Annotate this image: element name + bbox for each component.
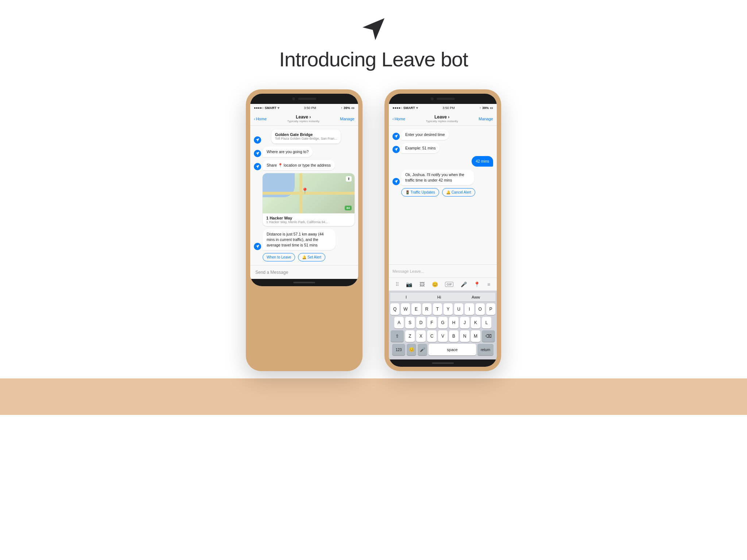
svg-marker-1: [256, 138, 259, 142]
key-x[interactable]: X: [416, 330, 426, 342]
keyboard-row-4: 123 😊 🎤 space return: [390, 344, 495, 355]
phone1-battery: 39%: [344, 106, 350, 110]
phone2-toolbar: ⠿ 📷 🖼 😊 GIF 🎤 📍 ≡: [389, 277, 497, 291]
phone1-status-left: ●●●●○ SMART ▿: [254, 106, 279, 110]
key-u[interactable]: U: [454, 303, 463, 315]
phone1-battery-icon: ▭: [351, 106, 355, 110]
phone2-input-bar[interactable]: Message Leave...: [389, 264, 497, 277]
phone-1: ●●●●○ SMART ▿ 3:50 PM ↑ 39% ▭ ‹ Home: [246, 89, 363, 371]
key-q[interactable]: Q: [390, 303, 399, 315]
phone1-location-address: Toll Plaza Golden Gate Bridge, San Fran.…: [275, 137, 337, 140]
phone2-status-left: ●●●●○ SMART ▿: [392, 106, 418, 110]
svg-marker-4: [256, 245, 259, 248]
camera-icon[interactable]: 📷: [406, 281, 412, 287]
key-p[interactable]: P: [486, 303, 495, 315]
phone2-status-bar: ●●●●○ SMART ▿ 3:50 PM ↑ 39% ▭: [389, 104, 497, 112]
key-r[interactable]: R: [422, 303, 431, 315]
key-mic[interactable]: 🎤: [418, 344, 427, 355]
phone2-chat-area: Enter your desired time Example: 51 mins…: [389, 126, 497, 264]
suggestion-i[interactable]: I: [402, 294, 410, 300]
phone2-speaker: [437, 98, 455, 100]
phone1-bubble-2: Share 📍 location or type the address: [263, 160, 335, 171]
gif-icon[interactable]: GIF: [445, 282, 453, 287]
traffic-updates-button[interactable]: 🚦 Traffic Updates: [401, 188, 439, 197]
svg-marker-2: [256, 152, 259, 155]
phone2-time: 3:50 PM: [442, 106, 455, 110]
phone2-bubble-user: 42 mins: [472, 156, 493, 167]
keyboard-row-2: A S D F G H J K L: [390, 317, 495, 328]
mic-icon[interactable]: 🎤: [461, 281, 467, 287]
image-icon[interactable]: 🖼: [419, 281, 425, 287]
key-o[interactable]: O: [476, 303, 485, 315]
keyboard-row-1: Q W E R T Y U I O P: [390, 303, 495, 315]
phone1-action-buttons: When to Leave 🔔 Set Alert: [263, 253, 355, 261]
phone1-manage-button[interactable]: Manage: [340, 117, 355, 121]
phone1-map-pin: 📍: [301, 187, 309, 194]
svg-marker-3: [256, 165, 259, 168]
phone1-speaker: [298, 98, 316, 100]
location-icon[interactable]: 📍: [474, 281, 480, 287]
suggestion-aww[interactable]: Aww: [468, 294, 484, 300]
svg-marker-0: [363, 18, 384, 40]
phone1-nav-bar: ‹ Home Leave › Typically replies instant…: [250, 112, 358, 126]
phone2-msg-2: Example: 51 mins: [392, 143, 493, 153]
key-f[interactable]: F: [427, 317, 437, 328]
suggestion-hi[interactable]: Hi: [434, 294, 445, 300]
key-m[interactable]: M: [471, 330, 480, 342]
phone2-battery: 39%: [482, 106, 489, 110]
phone2-msg-1: Enter your desired time: [392, 129, 493, 140]
key-a[interactable]: A: [394, 317, 404, 328]
key-emoji[interactable]: 😊: [407, 344, 416, 355]
phone1-msg-3: Distance is just 57.1 km away (44 mins i…: [254, 229, 355, 250]
keyboard-row-3: ⇧ Z X C V B N M ⌫: [390, 330, 495, 342]
key-s[interactable]: S: [405, 317, 415, 328]
key-j[interactable]: J: [460, 317, 469, 328]
key-123[interactable]: 123: [392, 344, 405, 355]
app-logo-icon: [359, 15, 388, 44]
phone1-bezel-bottom: [250, 279, 358, 286]
key-i[interactable]: I: [465, 303, 474, 315]
key-g[interactable]: G: [438, 317, 448, 328]
keyboard-suggestions: I Hi Aww: [390, 293, 495, 302]
key-c[interactable]: C: [427, 330, 437, 342]
svg-marker-5: [394, 135, 398, 138]
phone2-manage-button[interactable]: Manage: [479, 117, 493, 121]
key-shift[interactable]: ⇧: [391, 330, 404, 342]
when-to-leave-button[interactable]: When to Leave: [263, 253, 295, 261]
key-b[interactable]: B: [449, 330, 458, 342]
phone2-location-icon: ↑: [479, 106, 481, 110]
phone2-nav-center: Leave › Typically replies instantly: [426, 114, 458, 123]
key-h[interactable]: H: [449, 317, 458, 328]
key-w[interactable]: W: [401, 303, 410, 315]
phone2-msg-3: Ok, Joshua. I'll notify you when the tra…: [392, 170, 493, 185]
key-return[interactable]: return: [477, 344, 494, 355]
phone1-send-label[interactable]: Send a Message: [255, 270, 288, 275]
emoji-icon[interactable]: 😊: [432, 281, 438, 287]
key-space[interactable]: space: [429, 344, 476, 355]
key-e[interactable]: E: [411, 303, 421, 315]
key-delete[interactable]: ⌫: [482, 330, 495, 342]
phone1-back-chevron: ‹: [254, 117, 255, 121]
phone1-msg-1: Where are you going to?: [254, 147, 355, 157]
cancel-alert-button[interactable]: 🔔 Cancel Alert: [442, 188, 475, 197]
key-l[interactable]: L: [482, 317, 491, 328]
phone2-bubble-3: Ok, Joshua. I'll notify you when the tra…: [401, 170, 474, 185]
key-t[interactable]: T: [433, 303, 442, 315]
phone1-back-button[interactable]: ‹ Home: [254, 117, 267, 121]
set-alert-button[interactable]: 🔔 Set Alert: [298, 253, 325, 261]
menu-icon[interactable]: ≡: [487, 281, 490, 287]
phone2-carrier: ●●●●○ SMART: [392, 106, 415, 110]
apps-icon[interactable]: ⠿: [395, 281, 399, 287]
key-z[interactable]: Z: [405, 330, 415, 342]
key-k[interactable]: K: [471, 317, 480, 328]
key-d[interactable]: D: [416, 317, 426, 328]
phone2-back-button[interactable]: ‹ Home: [392, 117, 405, 121]
key-y[interactable]: Y: [444, 303, 453, 315]
key-n[interactable]: N: [460, 330, 469, 342]
main-title: Introducing Leave bot: [279, 47, 468, 71]
phone2-back-chevron: ‹: [392, 117, 394, 121]
key-v[interactable]: V: [438, 330, 448, 342]
phone1-wifi-icon: ▿: [278, 106, 279, 110]
phone2-bubble-2: Example: 51 mins: [401, 143, 440, 153]
phone1-golden-gate-card: Golden Gate Bridge Toll Plaza Golden Gat…: [271, 129, 341, 144]
